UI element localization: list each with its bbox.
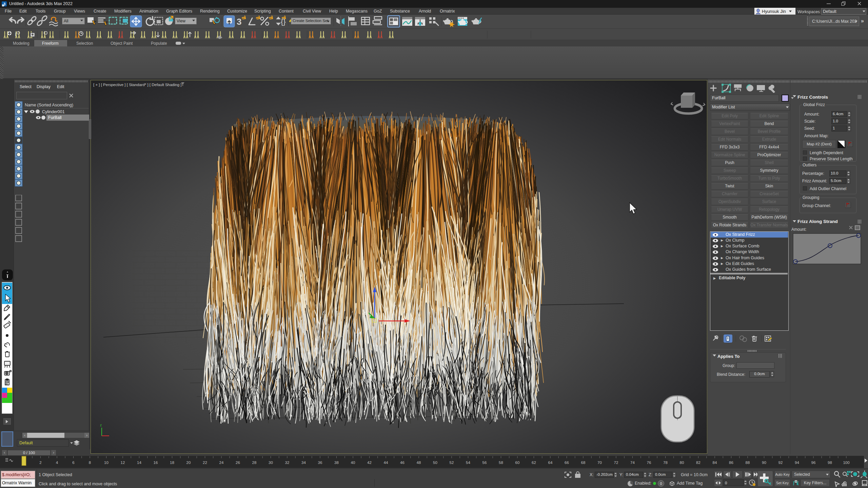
svg-text:100: 100	[843, 461, 849, 465]
svg-text:62: 62	[532, 461, 536, 465]
svg-text:72: 72	[614, 461, 618, 465]
svg-text:2: 2	[39, 461, 41, 465]
svg-text:48: 48	[417, 461, 421, 465]
svg-text:16: 16	[154, 461, 158, 465]
svg-text:52: 52	[450, 461, 454, 465]
svg-text:96: 96	[811, 461, 816, 465]
svg-text:84: 84	[713, 461, 717, 465]
svg-text:58: 58	[499, 461, 503, 465]
svg-text:82: 82	[696, 461, 701, 465]
svg-text:36: 36	[318, 461, 322, 465]
svg-text:64: 64	[548, 461, 553, 465]
svg-text:70: 70	[597, 461, 602, 465]
svg-text:86: 86	[729, 461, 733, 465]
svg-text:i: i	[15, 31, 16, 38]
svg-text:28: 28	[252, 461, 257, 465]
svg-text:12: 12	[121, 461, 125, 465]
svg-text:20: 20	[186, 461, 191, 465]
svg-text:3: 3	[237, 17, 241, 27]
svg-text:74: 74	[630, 461, 635, 465]
svg-text:42: 42	[367, 461, 372, 465]
svg-text:30: 30	[269, 461, 273, 465]
svg-text:56: 56	[482, 461, 487, 465]
svg-text:98: 98	[828, 461, 832, 465]
svg-text:38: 38	[334, 461, 339, 465]
svg-text:34: 34	[301, 461, 306, 465]
svg-text:6: 6	[72, 461, 74, 465]
svg-text:50: 50	[433, 461, 437, 465]
svg-text:22: 22	[203, 461, 207, 465]
svg-text:78: 78	[663, 461, 668, 465]
svg-text:68: 68	[581, 461, 586, 465]
svg-text:24: 24	[219, 461, 224, 465]
svg-text:90: 90	[762, 461, 766, 465]
svg-text:94: 94	[795, 461, 799, 465]
svg-text:76: 76	[647, 461, 651, 465]
svg-text:40: 40	[351, 461, 355, 465]
svg-text:46: 46	[400, 461, 405, 465]
svg-text:54: 54	[466, 461, 470, 465]
svg-text:66: 66	[565, 461, 569, 465]
svg-text:{}: {}	[281, 17, 286, 26]
svg-text:[ + ] [ Perspective ] [ Standa: [ + ] [ Perspective ] [ Standard* ] [ De…	[93, 83, 182, 87]
svg-text:8: 8	[89, 461, 91, 465]
svg-text:10: 10	[104, 461, 108, 465]
svg-text:14: 14	[137, 461, 141, 465]
svg-text:3: 3	[3, 2, 5, 6]
svg-text:32: 32	[285, 461, 290, 465]
svg-text:80: 80	[680, 461, 684, 465]
svg-text:z: z	[100, 423, 102, 427]
svg-text:60: 60	[515, 461, 520, 465]
svg-text:18: 18	[170, 461, 174, 465]
svg-text:4: 4	[56, 461, 58, 465]
svg-text:92: 92	[778, 461, 783, 465]
svg-text:88: 88	[746, 461, 750, 465]
svg-text:44: 44	[384, 461, 388, 465]
svg-text:26: 26	[236, 461, 240, 465]
